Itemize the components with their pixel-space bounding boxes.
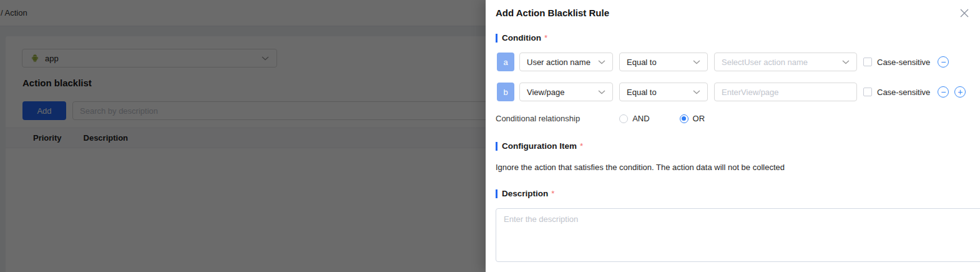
required-asterisk: * (544, 33, 547, 43)
condition-section-header: Condition * (496, 33, 547, 43)
condition-b-field-select[interactable]: View/page (519, 83, 613, 101)
chevron-down-icon (842, 60, 850, 64)
condition-b-case-checkbox[interactable] (863, 88, 872, 96)
conditional-relationship-label: Conditional relationship (496, 114, 580, 123)
radio-or-label[interactable]: OR (693, 114, 705, 123)
drawer-title: Add Action Blacklist Rule (496, 8, 609, 18)
description-textarea[interactable] (496, 208, 980, 262)
condition-a-case-label: Case-sensitive (877, 58, 930, 67)
radio-and[interactable] (619, 114, 628, 123)
chevron-down-icon (693, 90, 700, 94)
condition-section-label: Condition (502, 33, 541, 43)
section-bar (496, 142, 497, 151)
add-rule-drawer: Add Action Blacklist Rule Condition * a … (486, 0, 980, 272)
condition-row-b: b View/page Equal to Case-sensitive − + (497, 83, 971, 101)
description-section-label: Description (502, 189, 548, 198)
condition-b-operator-select[interactable]: Equal to (619, 83, 708, 101)
configuration-description-text: Ignore the action that satisfies the con… (496, 163, 785, 172)
chevron-down-icon (598, 60, 605, 64)
add-condition-icon[interactable]: + (954, 86, 966, 98)
close-icon[interactable] (959, 8, 970, 19)
required-asterisk: * (580, 141, 583, 151)
section-bar (496, 34, 497, 43)
chevron-down-icon (693, 60, 700, 64)
configuration-section-header: Configuration Item * (496, 141, 583, 151)
configuration-section-label: Configuration Item (502, 141, 577, 151)
remove-condition-icon[interactable]: − (938, 56, 949, 68)
radio-and-label[interactable]: AND (632, 114, 649, 123)
chevron-down-icon (598, 90, 605, 94)
condition-a-operator-select[interactable]: Equal to (619, 53, 708, 71)
condition-a-case-checkbox[interactable] (863, 58, 872, 66)
description-section-header: Description * (496, 189, 554, 198)
condition-a-value-select[interactable]: SelectUser action name (714, 53, 857, 71)
condition-a-field-select[interactable]: User action name (519, 53, 613, 71)
condition-b-case-label: Case-sensitive (877, 88, 930, 97)
conditional-relationship-row: Conditional relationship AND OR (496, 114, 705, 123)
section-bar (496, 189, 497, 198)
remove-condition-icon[interactable]: − (938, 86, 949, 98)
condition-badge-a: a (497, 53, 514, 71)
radio-or[interactable] (680, 114, 688, 123)
required-asterisk: * (551, 189, 554, 198)
condition-badge-b: b (497, 83, 514, 101)
condition-b-value-input[interactable] (714, 83, 857, 101)
condition-row-a: a User action name Equal to SelectUser a… (497, 53, 954, 71)
